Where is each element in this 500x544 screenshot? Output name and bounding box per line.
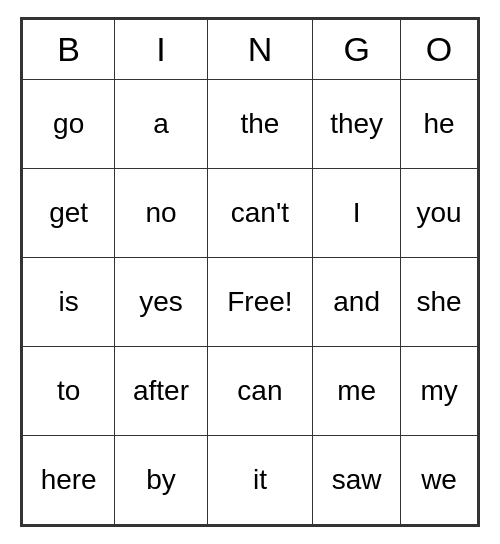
table-cell: it bbox=[207, 436, 313, 525]
bingo-table: B I N G O goathetheyhegetnocan'tIyouisye… bbox=[22, 19, 478, 525]
table-cell: he bbox=[401, 80, 478, 169]
table-cell: Free! bbox=[207, 258, 313, 347]
table-cell: she bbox=[401, 258, 478, 347]
table-cell: get bbox=[23, 169, 115, 258]
table-row: isyesFree!andshe bbox=[23, 258, 478, 347]
table-cell: saw bbox=[313, 436, 401, 525]
table-cell: we bbox=[401, 436, 478, 525]
table-row: toaftercanmemy bbox=[23, 347, 478, 436]
table-row: getnocan'tIyou bbox=[23, 169, 478, 258]
table-cell: yes bbox=[115, 258, 207, 347]
table-cell: you bbox=[401, 169, 478, 258]
table-cell: to bbox=[23, 347, 115, 436]
table-cell: is bbox=[23, 258, 115, 347]
table-cell: a bbox=[115, 80, 207, 169]
table-cell: no bbox=[115, 169, 207, 258]
table-cell: can bbox=[207, 347, 313, 436]
table-row: herebyitsawwe bbox=[23, 436, 478, 525]
table-cell: my bbox=[401, 347, 478, 436]
table-cell: the bbox=[207, 80, 313, 169]
header-i: I bbox=[115, 20, 207, 80]
header-o: O bbox=[401, 20, 478, 80]
table-row: goathetheyhe bbox=[23, 80, 478, 169]
table-cell: can't bbox=[207, 169, 313, 258]
table-cell: I bbox=[313, 169, 401, 258]
table-cell: go bbox=[23, 80, 115, 169]
header-b: B bbox=[23, 20, 115, 80]
table-cell: by bbox=[115, 436, 207, 525]
header-g: G bbox=[313, 20, 401, 80]
table-cell: and bbox=[313, 258, 401, 347]
table-cell: me bbox=[313, 347, 401, 436]
table-cell: here bbox=[23, 436, 115, 525]
header-row: B I N G O bbox=[23, 20, 478, 80]
bingo-card: B I N G O goathetheyhegetnocan'tIyouisye… bbox=[20, 17, 480, 527]
table-cell: they bbox=[313, 80, 401, 169]
header-n: N bbox=[207, 20, 313, 80]
table-cell: after bbox=[115, 347, 207, 436]
